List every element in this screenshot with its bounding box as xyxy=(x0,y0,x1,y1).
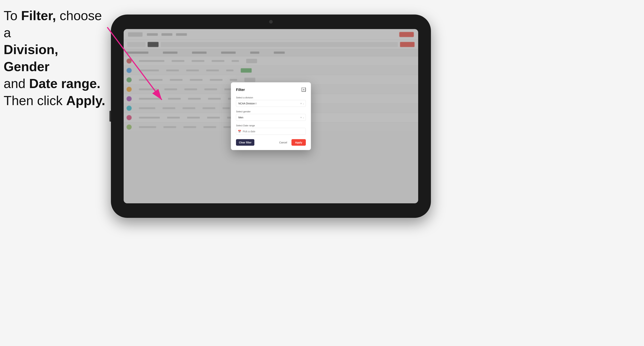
clear-filter-button[interactable]: Clear filter xyxy=(236,139,254,146)
gender-form-group: Select gender Men Women × ⌄ xyxy=(236,110,306,121)
tablet-frame: Filter × Select a division NCAA Division… xyxy=(111,14,431,218)
modal-footer-right: Cancel Apply xyxy=(276,139,306,146)
division-gender-bold: Division, Gender xyxy=(4,42,58,74)
modal-footer: Clear filter Cancel Apply xyxy=(236,139,306,146)
filter-bold: Filter, xyxy=(21,8,56,23)
modal-header: Filter × xyxy=(236,87,306,92)
division-select[interactable]: NCAA Division I NCAA Division II NCAA Di… xyxy=(236,100,306,107)
filter-modal: Filter × Select a division NCAA Division… xyxy=(231,82,311,150)
division-clear-icon[interactable]: × xyxy=(300,102,302,105)
tablet-screen: Filter × Select a division NCAA Division… xyxy=(124,29,418,203)
gender-label: Select gender xyxy=(236,110,306,113)
modal-title: Filter xyxy=(236,87,245,92)
apply-button[interactable]: Apply xyxy=(292,139,306,146)
gender-clear-icon[interactable]: × xyxy=(300,116,302,119)
division-select-wrapper: NCAA Division I NCAA Division II NCAA Di… xyxy=(236,100,306,107)
date-label: Select Date range xyxy=(236,124,306,127)
apply-bold: Apply. xyxy=(66,93,105,108)
instruction-panel: To Filter, choose a Division, Gender and… xyxy=(4,7,106,109)
date-range-input[interactable] xyxy=(236,128,306,135)
date-form-group: Select Date range 📅 xyxy=(236,124,306,135)
division-form-group: Select a division NCAA Division I NCAA D… xyxy=(236,96,306,107)
gender-select[interactable]: Men Women xyxy=(236,114,306,121)
date-range-bold: Date range. xyxy=(29,76,100,91)
date-input-wrapper: 📅 xyxy=(236,128,306,135)
modal-close-button[interactable]: × xyxy=(302,87,306,92)
gender-select-wrapper: Men Women × ⌄ xyxy=(236,114,306,121)
division-label: Select a division xyxy=(236,96,306,99)
cancel-button[interactable]: Cancel xyxy=(276,139,290,146)
